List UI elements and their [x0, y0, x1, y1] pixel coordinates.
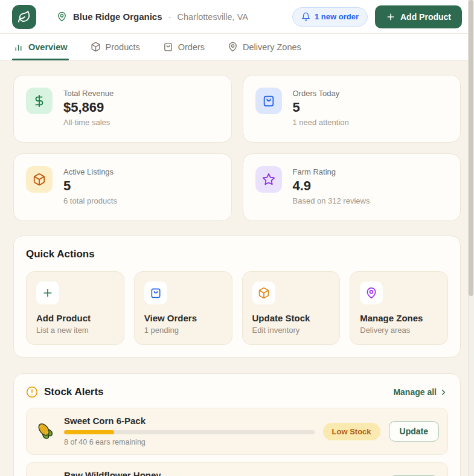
topbar: Blue Ridge Organics · Charlottesville, V…	[0, 0, 474, 34]
tab-label: Overview	[28, 42, 68, 52]
package-icon	[91, 42, 101, 52]
stat-sub: 6 total products	[63, 196, 117, 205]
quick-action-label: Update Stock	[252, 313, 330, 323]
dollar-icon	[26, 88, 53, 114]
quick-action-sub: Delivery areas	[360, 326, 438, 335]
alert-product-name: Raw Wildflower Honey	[64, 470, 307, 476]
map-pin-icon	[228, 42, 238, 52]
stock-alert-item-honey: Raw Wildflower Honey Out of Stock Update	[26, 462, 448, 476]
stat-sub: Based on 312 reviews	[293, 196, 370, 205]
new-order-notification-button[interactable]: 1 new order	[292, 7, 368, 27]
location-pin-icon	[57, 11, 67, 22]
topbar-actions: 1 new order Add Product	[292, 5, 462, 28]
plus-icon	[386, 12, 396, 22]
scrollbar-track[interactable]	[468, 0, 474, 476]
stat-label: Active Listings	[63, 167, 117, 176]
stats-grid: Total Revenue $5,869 All-time sales Orde…	[13, 75, 461, 221]
quick-action-manage-zones[interactable]: Manage Zones Delivery areas	[350, 271, 448, 345]
plus-icon	[36, 281, 59, 304]
alert-detail: 8 of 40 6 ears remaining	[64, 438, 315, 447]
quick-actions-section: Quick Actions Add Product List a new ite…	[13, 236, 461, 358]
stat-card-orders-today: Orders Today 5 1 need attention	[243, 75, 461, 143]
stock-alerts-section: Stock Alerts Manage all	[13, 373, 461, 476]
tab-overview[interactable]: Overview	[13, 34, 68, 60]
stat-card-farm-rating: Farm Rating 4.9 Based on 312 reviews	[243, 153, 461, 221]
stat-value: 5	[293, 100, 349, 115]
stock-alerts-title: Stock Alerts	[44, 386, 104, 398]
stat-value: 5	[63, 178, 117, 194]
stat-value: $5,869	[63, 100, 114, 115]
corn-icon	[35, 421, 56, 442]
quick-action-update-stock[interactable]: Update Stock Edit inventory	[242, 271, 341, 345]
separator-dot: ·	[168, 11, 171, 22]
quick-actions-grid: Add Product List a new item View Orders …	[26, 271, 448, 345]
tabbar: Overview Products Orders Delivery Zones	[0, 34, 474, 60]
quick-actions-title: Quick Actions	[26, 248, 448, 260]
chevron-right-icon	[439, 388, 448, 397]
stat-value: 4.9	[293, 178, 370, 194]
stat-card-active-listings: Active Listings 5 6 total products	[13, 153, 232, 221]
main-content: Total Revenue $5,869 All-time sales Orde…	[0, 60, 474, 476]
stock-progress-fill	[64, 430, 114, 434]
stat-label: Orders Today	[293, 89, 349, 98]
shopping-bag-icon	[144, 281, 167, 304]
quick-action-label: Add Product	[36, 313, 114, 323]
add-product-label: Add Product	[400, 12, 451, 22]
quick-action-view-orders[interactable]: View Orders 1 pending	[134, 271, 232, 345]
update-button[interactable]: Update	[389, 421, 439, 442]
quick-action-add-product[interactable]: Add Product List a new item	[26, 271, 124, 345]
bar-chart-icon	[13, 42, 24, 52]
farm-name: Blue Ridge Organics	[73, 11, 162, 22]
manage-all-label: Manage all	[393, 387, 437, 397]
tab-label: Orders	[178, 42, 205, 52]
manage-all-link[interactable]: Manage all	[393, 387, 448, 397]
stock-alert-item-sweet-corn: Sweet Corn 6-Pack 8 of 40 6 ears remaini…	[26, 408, 448, 455]
farm-location: Charlottesville, VA	[178, 12, 248, 22]
alert-circle-icon	[26, 386, 38, 398]
add-product-button[interactable]: Add Product	[375, 5, 462, 28]
stat-label: Total Revenue	[63, 89, 114, 98]
tab-products[interactable]: Products	[91, 34, 140, 60]
tab-delivery-zones[interactable]: Delivery Zones	[228, 34, 301, 60]
shopping-bag-icon	[163, 42, 173, 52]
shopping-bag-icon	[255, 88, 282, 114]
status-badge-low-stock: Low Stock	[323, 423, 380, 440]
leaf-icon	[18, 10, 31, 24]
quick-action-sub: 1 pending	[144, 326, 222, 335]
stock-alerts-header: Stock Alerts Manage all	[26, 386, 448, 398]
quick-action-sub: Edit inventory	[252, 326, 330, 335]
alert-product-name: Sweet Corn 6-Pack	[64, 416, 315, 426]
stat-sub: 1 need attention	[293, 118, 349, 127]
stock-progress-bar	[64, 430, 315, 434]
quick-action-label: View Orders	[144, 313, 222, 323]
scrollbar-thumb[interactable]	[469, 0, 473, 296]
tab-label: Products	[106, 42, 140, 52]
farm-logo	[12, 5, 36, 29]
notification-label: 1 new order	[315, 12, 359, 21]
bell-icon	[301, 12, 310, 21]
stat-label: Farm Rating	[293, 167, 370, 176]
quick-action-sub: List a new item	[36, 326, 114, 335]
stat-sub: All-time sales	[63, 118, 114, 127]
quick-action-label: Manage Zones	[360, 313, 438, 323]
tab-label: Delivery Zones	[243, 42, 301, 52]
brand: Blue Ridge Organics · Charlottesville, V…	[12, 5, 248, 29]
stat-card-total-revenue: Total Revenue $5,869 All-time sales	[13, 75, 232, 143]
stock-alerts-list: Sweet Corn 6-Pack 8 of 40 6 ears remaini…	[26, 408, 448, 476]
tab-orders[interactable]: Orders	[163, 34, 205, 60]
package-icon	[252, 281, 275, 304]
map-pin-icon	[360, 281, 383, 304]
star-icon	[255, 166, 282, 193]
package-icon	[26, 166, 53, 193]
